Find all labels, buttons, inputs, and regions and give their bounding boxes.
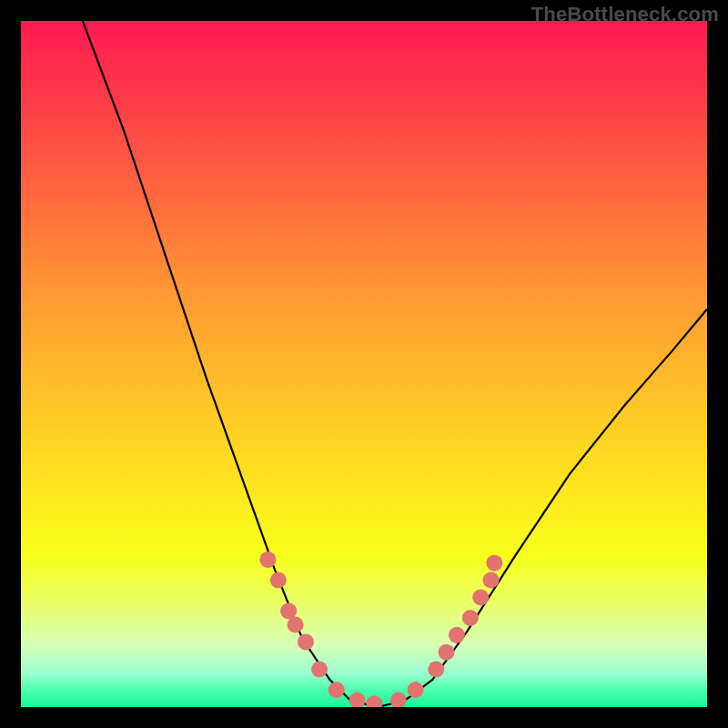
marker-group [259, 551, 502, 707]
outer-frame: TheBottleneck.com [0, 0, 728, 728]
highlight-dot [259, 551, 276, 568]
highlight-dot [439, 644, 455, 661]
highlight-dot [270, 572, 287, 589]
highlight-dot [472, 589, 489, 605]
highlight-dot [366, 695, 382, 707]
plot-area [21, 21, 707, 707]
highlight-dot [390, 693, 407, 708]
chart-svg [21, 21, 707, 707]
highlight-dot [462, 610, 479, 626]
highlight-dot [483, 572, 500, 589]
bottleneck-curve [83, 21, 707, 707]
watermark-text: TheBottleneck.com [531, 3, 719, 26]
highlight-dot [486, 555, 502, 571]
highlight-dot [408, 682, 424, 698]
highlight-dot [288, 617, 304, 633]
highlight-dot [329, 682, 345, 698]
highlight-dot [311, 662, 328, 678]
highlight-dot [428, 662, 444, 678]
highlight-dot [298, 633, 314, 650]
highlight-dot [449, 627, 465, 643]
highlight-dot [349, 693, 366, 708]
